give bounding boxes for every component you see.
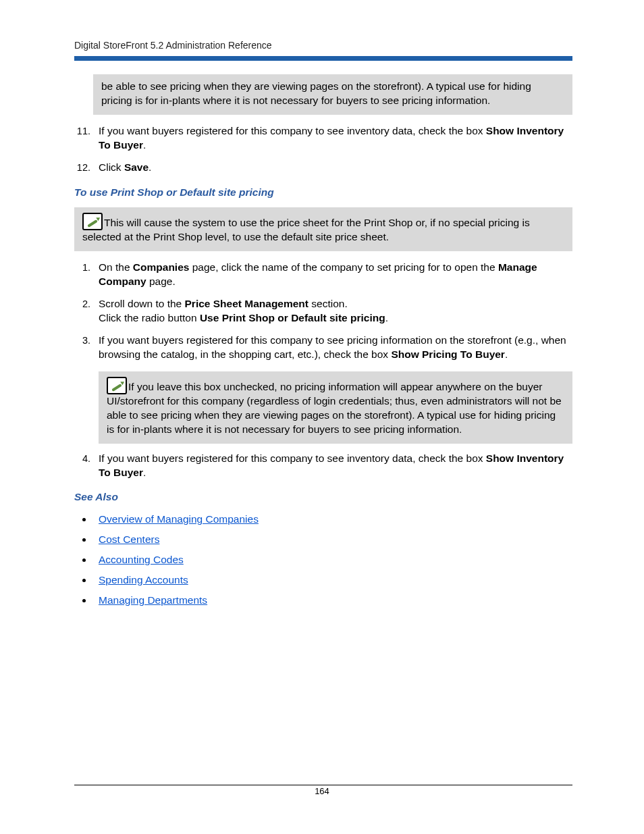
link-cost-centers[interactable]: Cost Centers	[99, 533, 159, 545]
step-1: On the Companies page, click the name of…	[93, 261, 572, 289]
bold-companies: Companies	[133, 261, 190, 273]
step-4: If you want buyers registered for this c…	[93, 452, 572, 480]
step-text: .	[143, 139, 146, 151]
bold-save: Save	[124, 161, 149, 173]
pencil-note-icon	[82, 213, 103, 230]
step-text: On the	[99, 261, 133, 273]
bold-use-print-shop: Use Print Shop or Default site pricing	[200, 312, 385, 323]
see-also-list: Overview of Managing Companies Cost Cent…	[74, 513, 572, 608]
step-text: section.	[308, 298, 348, 309]
note-box: This will cause the system to use the pr…	[74, 207, 572, 251]
step-text: Scroll down to the	[99, 298, 185, 309]
step-text: .	[385, 312, 388, 323]
step-text: Click the radio button	[99, 312, 200, 323]
link-spending-accounts[interactable]: Spending Accounts	[99, 574, 188, 585]
step-text: .	[143, 467, 146, 478]
step-3: If you want buyers registered for this c…	[93, 334, 572, 444]
document-page: Digital StoreFront 5.2 Administration Re…	[0, 0, 644, 834]
bold-price-sheet-mgmt: Price Sheet Management	[185, 298, 308, 309]
running-header: Digital StoreFront 5.2 Administration Re…	[74, 39, 572, 52]
step-text: .	[505, 348, 508, 360]
step-text: If you want buyers registered for this c…	[99, 452, 486, 464]
note-text: be able to see pricing when they are vie…	[101, 80, 531, 106]
note-box-inner: If you leave this box unchecked, no pric…	[99, 371, 572, 444]
list-item: Spending Accounts	[93, 573, 572, 588]
step-text: page, click the name of the company to s…	[189, 261, 498, 273]
step-2: Scroll down to the Price Sheet Managemen…	[93, 297, 572, 325]
link-accounting-codes[interactable]: Accounting Codes	[99, 554, 184, 565]
note-text: If you leave this box unchecked, no pric…	[107, 381, 562, 435]
pencil-note-icon	[107, 377, 127, 394]
list-item: Managing Departments	[93, 594, 572, 608]
note-text: This will cause the system to use the pr…	[82, 217, 530, 243]
see-also-heading: See Also	[74, 490, 572, 504]
step-text: Click	[99, 161, 124, 173]
note-box-continued: be able to see pricing when they are vie…	[93, 74, 572, 115]
section-subheading: To use Print Shop or Default site pricin…	[74, 186, 572, 200]
list-item: Overview of Managing Companies	[93, 513, 572, 527]
step-11: If you want buyers registered for this c…	[93, 124, 572, 153]
link-overview-companies[interactable]: Overview of Managing Companies	[99, 513, 259, 525]
list-item: Cost Centers	[93, 533, 572, 547]
step-text: .	[149, 161, 151, 173]
header-rule	[74, 56, 572, 61]
link-managing-departments[interactable]: Managing Departments	[99, 594, 207, 606]
bold-show-pricing: Show Pricing To Buyer	[391, 348, 505, 360]
steps-list-continued: If you want buyers registered for this c…	[74, 124, 572, 175]
steps-list: On the Companies page, click the name of…	[74, 261, 572, 479]
step-12: Click Save.	[93, 161, 572, 175]
list-item: Accounting Codes	[93, 553, 572, 567]
page-number: 164	[0, 785, 644, 798]
step-text: page.	[146, 276, 176, 287]
step-text: If you want buyers registered for this c…	[99, 125, 486, 136]
